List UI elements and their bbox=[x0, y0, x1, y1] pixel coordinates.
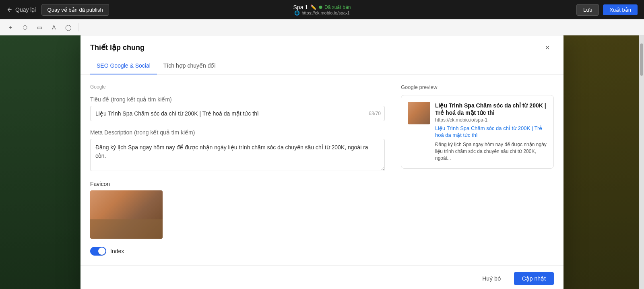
toolbar-divider bbox=[78, 23, 78, 31]
favicon-section: Favicon bbox=[90, 181, 385, 239]
xuat-ban-button[interactable]: Xuất bản bbox=[603, 4, 638, 15]
modal-footer: Huỷ bỏ Cập nhật bbox=[80, 265, 564, 289]
topbar-center: Spa 1 ✏️ Đã xuất bản 🌐 https://ck.mobio.… bbox=[293, 4, 351, 16]
page-url: 🌐 https://ck.mobio.io/spa-1 bbox=[293, 10, 351, 16]
preview-url: https://ck.mobio.io/spa-1 bbox=[435, 117, 547, 123]
huy-bo-button[interactable]: Huỷ bỏ bbox=[474, 272, 509, 285]
google-preview-title: Google preview bbox=[401, 84, 554, 90]
status-dot bbox=[319, 6, 322, 9]
add-icon[interactable]: + bbox=[5, 22, 16, 33]
tieu-de-field-group: Tiêu đề (trong kết quả tìm kiếm) 63/70 bbox=[90, 96, 385, 121]
quay-ve-button[interactable]: Quay về bản đã publish bbox=[41, 4, 109, 16]
main-area: Thiết lập chung × SEO Google & Social Tí… bbox=[0, 35, 644, 289]
arrow-left-icon bbox=[6, 6, 13, 13]
luu-button[interactable]: Lưu bbox=[576, 4, 599, 16]
sections-icon[interactable]: ▭ bbox=[34, 22, 45, 33]
index-toggle: Index bbox=[90, 247, 385, 256]
preview-desc: Đăng ký lịch Spa ngay hôm nay để được nh… bbox=[435, 141, 547, 161]
preview-thumb-inner bbox=[408, 102, 430, 124]
index-toggle-switch[interactable] bbox=[90, 247, 106, 256]
modal-dialog: Thiết lập chung × SEO Google & Social Tí… bbox=[80, 35, 564, 289]
modal-right-panel: Google preview Liệu Trình Spa Chăm sóc d… bbox=[401, 84, 554, 256]
tab-tich-hop[interactable]: Tích hợp chuyển đổi bbox=[157, 58, 222, 74]
page-title: Spa 1 ✏️ Đã xuất bản bbox=[293, 4, 351, 10]
topbar: Quay lại Quay về bản đã publish Spa 1 ✏️… bbox=[0, 0, 644, 19]
google-preview-card: Liệu Trình Spa Chăm sóc da chỉ từ 200K |… bbox=[401, 95, 554, 169]
layers-icon[interactable]: ⬡ bbox=[19, 22, 31, 33]
meta-desc-label: Meta Description (trong kết quả tìm kiếm… bbox=[90, 129, 385, 136]
modal-backdrop: Thiết lập chung × SEO Google & Social Tí… bbox=[0, 35, 644, 289]
index-toggle-label: Index bbox=[110, 248, 124, 254]
preview-thumbnail bbox=[408, 102, 430, 124]
preview-link[interactable]: Liệu Trình Spa Chăm sóc da chỉ từ 200K |… bbox=[435, 125, 547, 139]
cap-nhat-button[interactable]: Cập nhật bbox=[514, 272, 554, 285]
meta-desc-textarea[interactable]: Đăng ký lịch Spa ngay hôm nay để được nh… bbox=[90, 139, 385, 171]
text-icon[interactable]: A bbox=[48, 22, 60, 33]
toolbar: + ⬡ ▭ A ◯ bbox=[0, 19, 644, 35]
tieu-de-label: Tiêu đề (trong kết quả tìm kiếm) bbox=[90, 96, 385, 103]
tieu-de-input-wrap: 63/70 bbox=[90, 106, 385, 121]
modal-header: Thiết lập chung × bbox=[80, 35, 564, 54]
favicon-image[interactable] bbox=[90, 190, 163, 239]
modal-tabs: SEO Google & Social Tích hợp chuyển đổi bbox=[80, 58, 564, 74]
back-button[interactable]: Quay lại bbox=[6, 6, 37, 13]
modal-close-button[interactable]: × bbox=[541, 41, 554, 54]
modal-left-panel: Google Tiêu đề (trong kết quả tìm kiếm) … bbox=[90, 84, 385, 256]
topbar-left: Quay lại Quay về bản đã publish bbox=[6, 4, 109, 16]
tieu-de-input[interactable] bbox=[90, 106, 385, 121]
tab-seo[interactable]: SEO Google & Social bbox=[90, 58, 157, 74]
preview-content: Liệu Trình Spa Chăm sóc da chỉ từ 200K |… bbox=[435, 102, 547, 162]
globe-icon: 🌐 bbox=[294, 10, 300, 16]
topbar-right: Lưu Xuất bản bbox=[576, 4, 638, 16]
edit-title-icon[interactable]: ✏️ bbox=[310, 4, 316, 10]
preview-title-text: Liệu Trình Spa Chăm sóc da chỉ từ 200K |… bbox=[435, 102, 547, 116]
char-count: 63/70 bbox=[369, 111, 381, 116]
back-label: Quay lại bbox=[15, 6, 37, 13]
google-section-label: Google bbox=[90, 84, 385, 90]
favicon-label: Favicon bbox=[90, 181, 385, 187]
modal-body: Google Tiêu đề (trong kết quả tìm kiếm) … bbox=[80, 74, 564, 265]
shape-icon[interactable]: ◯ bbox=[63, 22, 74, 33]
modal-title: Thiết lập chung bbox=[90, 43, 144, 52]
meta-desc-field-group: Meta Description (trong kết quả tìm kiếm… bbox=[90, 129, 385, 173]
status-text: Đã xuất bản bbox=[324, 4, 351, 10]
